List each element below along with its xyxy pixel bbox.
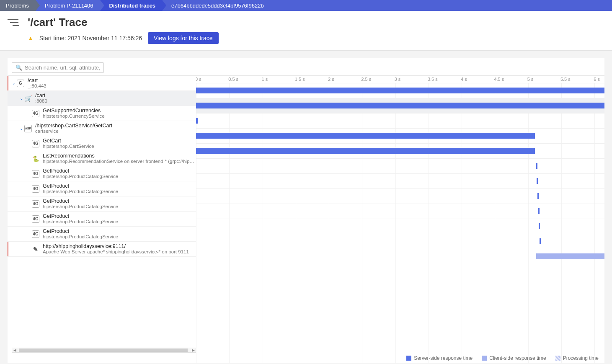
span-subtitle: hipstershop.ProductCatalogService — [43, 189, 118, 194]
axis-tick: 5 s — [527, 77, 534, 82]
grpc-icon: 4G — [32, 230, 39, 238]
bar-row — [196, 159, 604, 174]
span-subtitle: hipstershop.ProductCatalogService — [43, 174, 118, 179]
span-row[interactable]: ⌄ASP/hipstershop.CartService/GetCartcart… — [8, 121, 196, 136]
span-row[interactable]: 4GGetSupportedCurrencieshipstershop.Curr… — [8, 106, 196, 121]
span-list: ⌄G/cart_:80,443⌄🛒/cart:80804GGetSupporte… — [8, 76, 196, 363]
bar-row — [196, 219, 604, 234]
axis-tick: 5.5 s — [560, 77, 571, 82]
span-bar[interactable] — [196, 118, 198, 124]
span-row[interactable]: 4GGetProducthipstershop.ProductCatalogSe… — [8, 227, 196, 242]
span-name: GetCart — [43, 138, 94, 144]
bar-row — [196, 114, 604, 129]
expand-caret-icon[interactable]: ⌄ — [18, 126, 24, 131]
span-subtitle: hipstershop.ProductCatalogService — [43, 219, 118, 225]
breadcrumb-item[interactable]: Distributed traces — [100, 0, 163, 11]
span-row[interactable]: ⌄G/cart_:80,443 — [8, 76, 196, 91]
breadcrumb: ProblemsProblem P-2111406Distributed tra… — [0, 0, 612, 11]
span-subtitle: hipstershop.RecommendationService on ser… — [43, 159, 196, 164]
span-row[interactable]: 🐍ListRecommendationshipstershop.Recommen… — [8, 151, 196, 166]
breadcrumb-item[interactable]: Problem P-2111406 — [36, 0, 100, 11]
span-row[interactable]: 4GGetCarthipstershop.CartService — [8, 136, 196, 151]
axis-tick: 6 s — [594, 77, 600, 82]
axis-tick: 2.5 s — [361, 77, 371, 82]
axis-tick: 3 s — [395, 77, 401, 82]
apache-icon: ✎ — [32, 245, 39, 253]
span-bar[interactable] — [196, 103, 604, 108]
bar-row — [196, 249, 604, 264]
span-name: GetProduct — [43, 228, 118, 234]
span-bar[interactable] — [196, 148, 535, 154]
span-subtitle: hipstershop.ProductCatalogService — [43, 234, 118, 240]
grpc-icon: 4G — [32, 140, 39, 147]
span-bars — [196, 83, 604, 264]
span-subtitle: cartservice — [35, 129, 112, 134]
span-row[interactable]: 4GGetProducthipstershop.ProductCatalogSe… — [8, 212, 196, 227]
span-name: ListRecommendations — [43, 153, 196, 159]
axis-tick: 0.5 s — [228, 77, 238, 82]
axis-tick: 2 s — [328, 77, 334, 82]
bar-row — [196, 144, 604, 159]
span-name: /cart — [28, 77, 46, 83]
legend-processing: Processing time — [555, 355, 599, 361]
search-box[interactable]: 🔍 — [12, 62, 104, 73]
error-marker — [8, 242, 8, 256]
view-logs-button[interactable]: View logs for this trace — [148, 32, 219, 44]
span-subtitle: _:80,443 — [28, 83, 46, 89]
bar-row — [196, 204, 604, 219]
span-bar[interactable] — [196, 88, 604, 93]
span-row[interactable]: ✎http://shippingholidaysservice:9111/Apa… — [8, 242, 196, 257]
span-name: GetProduct — [43, 168, 118, 174]
scroll-left-icon[interactable]: ◀ — [12, 348, 17, 352]
legend-client: Client-side response time — [482, 355, 546, 361]
breadcrumb-item[interactable]: Problems — [0, 0, 36, 11]
expand-caret-icon[interactable]: ⌄ — [11, 81, 17, 85]
span-subtitle: Apache Web Server apache* shippingholida… — [43, 249, 189, 255]
expand-caret-icon[interactable]: ⌄ — [18, 96, 24, 101]
warning-icon: ▲ — [28, 35, 34, 41]
span-subtitle: hipstershop.ProductCatalogService — [43, 204, 118, 209]
axis-tick: 4 s — [461, 77, 467, 82]
span-name: /hipstershop.CartService/GetCart — [35, 123, 112, 129]
aspnet-icon: ASP — [24, 125, 32, 132]
axis-tick: 4.5 s — [494, 77, 504, 82]
content-area: 🔍 ⌄G/cart_:80,443⌄🛒/cart:80804GGetSuppor… — [0, 51, 612, 364]
axis-tick: 1.5 s — [295, 77, 305, 82]
scroll-right-icon[interactable]: ▶ — [191, 348, 196, 352]
span-bar[interactable] — [536, 163, 537, 169]
span-subtitle: hipstershop.CartService — [43, 144, 94, 149]
scroll-thumb[interactable] — [19, 349, 188, 352]
horizontal-scrollbar[interactable]: ◀ ▶ — [12, 348, 196, 353]
time-axis: 0 s0.5 s1 s1.5 s2 s2.5 s3 s3.5 s4 s4.5 s… — [196, 76, 604, 83]
span-subtitle: :8080 — [35, 98, 47, 104]
error-marker — [8, 76, 8, 90]
grpc-icon: 4G — [32, 185, 39, 193]
span-row[interactable]: ⌄🛒/cart:8080 — [8, 91, 196, 106]
timeline: 0 s0.5 s1 s1.5 s2 s2.5 s3 s3.5 s4 s4.5 s… — [196, 76, 604, 363]
span-bar[interactable] — [539, 223, 540, 229]
span-row[interactable]: 4GGetProducthipstershop.ProductCatalogSe… — [8, 196, 196, 212]
bar-row — [196, 98, 604, 114]
span-name: GetProduct — [43, 183, 118, 189]
span-name: GetProduct — [43, 198, 118, 204]
span-bar[interactable] — [196, 133, 535, 139]
span-bar[interactable] — [536, 253, 604, 259]
bar-row — [196, 234, 604, 249]
span-row[interactable]: 4GGetProducthipstershop.ProductCatalogSe… — [8, 181, 196, 196]
search-input[interactable] — [25, 65, 100, 71]
search-icon: 🔍 — [15, 65, 22, 71]
breadcrumb-item[interactable]: e7b64bbddede5ddd3ef4bf9576f9622b — [162, 0, 271, 11]
span-name: GetProduct — [43, 213, 118, 219]
grpc-icon: 4G — [32, 200, 39, 208]
span-row[interactable]: 4GGetProducthipstershop.ProductCatalogSe… — [8, 166, 196, 181]
span-bar[interactable] — [538, 208, 539, 214]
bar-row — [196, 83, 604, 98]
python-icon: 🐍 — [32, 155, 39, 163]
axis-tick: 1 s — [262, 77, 268, 82]
span-bar[interactable] — [540, 238, 541, 244]
trace-panel: 🔍 ⌄G/cart_:80,443⌄🛒/cart:80804GGetSuppor… — [8, 58, 604, 363]
span-bar[interactable] — [537, 178, 538, 184]
span-bar[interactable] — [537, 193, 539, 199]
span-subtitle: hipstershop.CurrencyService — [43, 114, 105, 119]
page-title: '/cart' Trace — [28, 16, 87, 29]
